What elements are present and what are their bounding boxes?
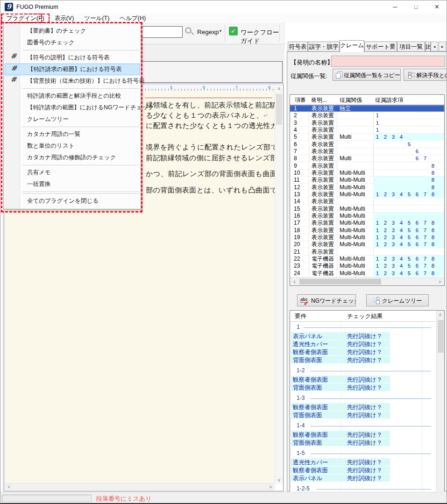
regexp-dropdown-icon[interactable]: ▼ <box>219 29 222 33</box>
tab-サポート要件[interactable]: サポート要件 <box>364 42 397 52</box>
scroll-left-icon[interactable]: < <box>6 483 13 490</box>
workflow-guide-button[interactable]: ワークフローガイド <box>241 28 285 45</box>
plugin-menu-item[interactable]: 特許請求の範囲と解決手段との比較 <box>4 90 141 102</box>
claim-table-horizontal-scrollbar[interactable]: < > <box>290 277 444 285</box>
tab-scroll-right-button[interactable]: ▶ <box>439 42 446 51</box>
menubar-item-2[interactable]: 表示(V) <box>50 14 79 23</box>
claim-row[interactable]: 23電子機器Multi-Multi12345678 <box>290 263 444 270</box>
claim-row[interactable]: 11表示装置Multi-Multi8 <box>290 177 444 184</box>
claim-row[interactable]: 10表示装置Multi-Multi8 <box>290 170 444 177</box>
maximize-button[interactable]: □ <box>405 0 426 14</box>
scrollbar-thumb[interactable] <box>276 94 282 125</box>
plugin-menu-item[interactable]: 一括置換 <box>4 178 141 190</box>
invention-name: 表示装置 <box>312 112 334 119</box>
dependent-claim-number: 7 <box>422 256 428 263</box>
check-table-vertical-scrollbar[interactable]: ∧ ∨ <box>436 311 444 491</box>
plugin-menu-item[interactable]: #【特許請求の範囲】における符号表 <box>5 64 140 75</box>
claim-row[interactable]: 1表示装置独立 <box>290 105 444 112</box>
check-row[interactable]: 背面側表面先行詞抜け？ <box>290 356 436 364</box>
regexp-mode-button[interactable]: Regexp <box>197 28 219 35</box>
menubar-item-4[interactable]: ヘルプ(H) <box>114 14 151 23</box>
check-row[interactable]: 背面側表面先行詞抜け？ <box>290 439 436 447</box>
plugin-menu-item[interactable]: 共有メモ <box>4 167 141 178</box>
claim-row[interactable]: 2表示装置1 <box>290 112 444 119</box>
claim-row[interactable]: 18表示装置Multi-Multi12345678 <box>290 227 444 234</box>
plugin-menu-item[interactable]: #【背景技術（従来の技術）】における符号表 <box>4 75 141 87</box>
check-row[interactable]: 観察者側表面先行詞抜け？ <box>290 348 436 356</box>
minimize-button[interactable]: ─ <box>384 0 405 14</box>
claim-row[interactable]: 17表示装置Multi-Multi12345678 <box>290 220 444 227</box>
claim-row[interactable]: 8表示装置Multi67 <box>290 155 444 162</box>
claim-row[interactable]: 16表示装置Multi-Multi <box>290 213 444 220</box>
claim-row[interactable]: 14表示装置 <box>290 198 444 205</box>
menubar-item-3[interactable]: ツール(T) <box>79 14 114 23</box>
claim-row[interactable]: 24電子機器Multi-Multi12345678 <box>290 270 444 277</box>
close-button[interactable]: ✕ <box>426 0 447 14</box>
check-row[interactable]: 透光性カバー先行詞抜け？ <box>290 340 436 348</box>
workflow-check-icon[interactable]: ✓ <box>229 27 238 35</box>
check-row[interactable]: 背面側表面先行詞抜け？ <box>290 411 436 419</box>
dependent-claim-number: 1 <box>375 227 380 234</box>
claim-row[interactable]: 21表示装置 <box>290 248 444 256</box>
plugin-menu-item-label: カタカナ用語の修飾語のチェック <box>27 154 116 161</box>
claim-tree-button[interactable]: クレームツリー <box>366 294 429 306</box>
claim-row[interactable]: 7表示装置6 <box>290 148 444 155</box>
plugin-menu-item[interactable]: クレームツリー <box>4 114 141 125</box>
document-horizontal-scrollbar[interactable]: < > <box>5 483 275 490</box>
document-text-line: 境界を跨ぐように配置されたレンズ部であ <box>146 143 275 152</box>
plugin-menu-item[interactable]: #【符号の説明】における符号表 <box>4 52 141 64</box>
claim-row[interactable]: 9表示装置8 <box>290 163 444 170</box>
invention-name: 表示装置 <box>312 198 334 205</box>
menubar-item-1[interactable]: プラグイン(P) <box>1 14 50 23</box>
scroll-right-icon[interactable]: > <box>267 483 274 490</box>
tab-クレーム[interactable]: クレーム <box>340 40 364 52</box>
claim-row[interactable]: 3表示装置1 <box>290 120 444 127</box>
scroll-up-icon[interactable]: ∧ <box>437 311 444 318</box>
scroll-right-icon[interactable]: > <box>436 278 443 285</box>
plugin-menu-item[interactable]: 【特許請求の範囲】におけるNGワードチェック <box>4 102 141 114</box>
scroll-up-icon[interactable]: ∧ <box>276 85 283 92</box>
check-row[interactable]: 観察者側表面先行詞抜け？ <box>290 431 436 439</box>
check-row[interactable]: 表示パネル先行詞抜け？ <box>290 474 436 482</box>
claim-row[interactable]: 22電子機器Multi-Multi12345678 <box>290 256 444 263</box>
scroll-down-icon[interactable]: ∨ <box>276 476 283 483</box>
tab-比[interactable]: 比 <box>425 42 431 52</box>
check-row[interactable]: 観察者側表面先行詞抜け？ <box>290 376 436 383</box>
plugin-menu-item[interactable]: 数と単位のリスト <box>4 140 141 152</box>
plugin-menu-item[interactable]: カタカナ用語の一覧 <box>4 128 141 140</box>
scrollbar-thumb[interactable] <box>299 279 381 284</box>
claim-row[interactable]: 20表示装置Multi-Multi12345678 <box>290 241 444 248</box>
dependent-claim-number: 3 <box>390 220 396 227</box>
check-section-header: 1-5 <box>290 449 436 458</box>
check-row[interactable]: 透光性カバー先行詞抜け？ <box>290 458 436 466</box>
check-row[interactable]: 背面側表面先行詞抜け？ <box>290 383 436 391</box>
copy-dependency-list-button[interactable]: 従属関係一覧をコピー <box>333 69 401 81</box>
claim-row[interactable]: 13表示装置Multi-Multi12345678 <box>290 191 444 198</box>
claim-row[interactable]: 5表示装置Multi1234 <box>290 134 444 141</box>
plugin-menu-item[interactable]: 【要約書】のチェック <box>4 25 141 37</box>
check-row[interactable]: 表示パネル先行詞抜け？ <box>290 332 436 340</box>
plugin-menu-item[interactable]: 全てのプラグインを閉じる <box>4 195 141 207</box>
claim-row[interactable]: 19表示装置Multi-Multi12345678 <box>290 234 444 241</box>
tab-項目一覧[interactable]: 項目一覧 <box>397 42 425 52</box>
tab-誤字・脱字[interactable]: 誤字・脱字 <box>308 42 340 52</box>
claim-row[interactable]: 6表示装置5 <box>290 141 444 148</box>
document-vertical-scrollbar[interactable]: ∧ ∨ <box>275 85 283 484</box>
invention-name-field[interactable] <box>331 56 445 67</box>
claim-number: 15 <box>294 206 300 213</box>
claim-row[interactable]: 15表示装置Multi-Multi <box>290 206 444 213</box>
scroll-left-icon[interactable]: < <box>291 278 298 285</box>
check-row[interactable]: 観察者側表面先行詞抜け？ <box>290 466 436 474</box>
dependent-claims: 5 <box>373 141 444 148</box>
claim-row[interactable]: 4表示装置1 <box>290 127 444 134</box>
tab-scroll-left-button[interactable]: ◀ <box>431 42 438 51</box>
check-row[interactable]: 観察者側表面先行詞抜け？ <box>290 403 436 411</box>
tab-符号表[interactable]: 符号表 <box>288 42 308 52</box>
menu-separator <box>22 88 139 89</box>
claim-row[interactable]: 12表示装置Multi-Multi8 <box>290 184 444 191</box>
scrollbar-thumb[interactable] <box>438 320 444 353</box>
plugin-menu-item[interactable]: カタカナ用語の修飾語のチェック <box>4 152 141 163</box>
ng-word-check-button[interactable]: abc✔NGワードチェック <box>297 294 356 306</box>
plugin-menu-item[interactable]: 図番号のチェック <box>4 37 141 49</box>
solution-compare-button[interactable]: 解決手段との <box>404 69 447 81</box>
